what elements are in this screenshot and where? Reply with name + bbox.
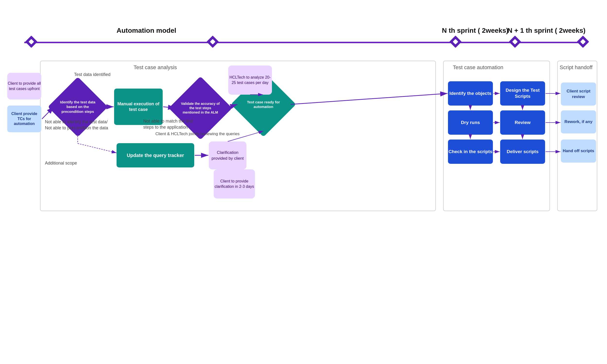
timeline-diamond-3: [450, 37, 461, 48]
test-case-automation-label: Test case automation: [453, 64, 503, 71]
client-clarify-bubble: Client to provide clarification in 2-3 d…: [214, 169, 255, 198]
clarification-box: Clarification provided by client: [209, 142, 246, 169]
hcltech-analyze-bubble: HCLTech to analyze 20-25 test cases per …: [228, 65, 272, 95]
hand-off-box: Hand off scripts: [561, 140, 596, 163]
client-provide-tcs-box: Client provide TCs for automation: [7, 105, 41, 132]
deliver-box: Deliver scripts: [500, 140, 545, 164]
not-able-identify-annotation: Not able to identify the test data/Not a…: [45, 119, 118, 131]
review-box: Review: [500, 110, 545, 135]
design-scripts-box: Design the Test Scripts: [500, 81, 545, 105]
n1-sprint-label: N + 1 th sprint ( 2weeks): [507, 27, 585, 34]
client-review-box: Client script review: [561, 82, 596, 105]
test-case-ready-text: Test case ready for automation: [244, 100, 283, 109]
timeline: [24, 42, 583, 43]
dry-runs-box: Dry runs: [448, 110, 493, 135]
script-handoff-label: Script handoff: [560, 64, 593, 71]
jointly-reviewing-annotation: Client & HCLTech jointly reviewing the q…: [155, 131, 239, 137]
test-data-identified-annotation: Test data identified: [74, 72, 110, 78]
additional-scope-annotation: Additional scope: [45, 160, 77, 166]
validate-accuracy-text: Validate the accuracy of the test steps …: [181, 102, 220, 115]
identify-objects-box: Identify the objects: [448, 81, 493, 105]
test-case-analysis-label: Test case analysis: [133, 64, 177, 71]
automation-model-label: Automation model: [117, 27, 176, 34]
identify-test-data-text: Identify the test data based on the prec…: [59, 100, 97, 114]
timeline-diamond-5: [578, 37, 588, 48]
check-in-box: Check in the scripts: [448, 140, 493, 164]
timeline-diamond-4: [510, 37, 520, 48]
rework-box: Rework, if any: [561, 110, 596, 133]
update-tracker-box: Update the query tracker: [117, 143, 194, 168]
timeline-diamond-1: [26, 37, 36, 48]
not-able-match-annotation: Not able to match the teststeps to the a…: [143, 118, 211, 130]
timeline-diamond-2: [208, 37, 218, 48]
nth-sprint-label: N th sprint ( 2weeks): [442, 27, 508, 34]
main-container: Automation model N th sprint ( 2weeks) N…: [0, 0, 607, 364]
client-provide-all-box: Client to provide all test cases upfront: [7, 73, 41, 100]
